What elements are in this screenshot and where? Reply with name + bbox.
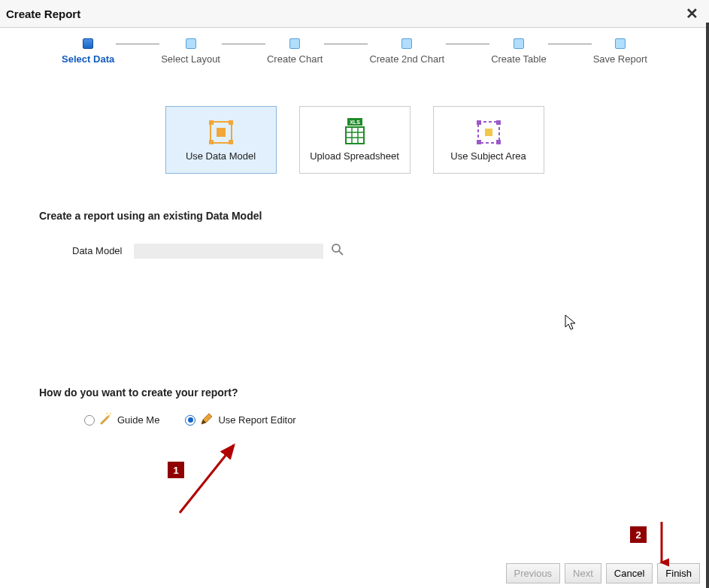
option-use-subject-area[interactable]: Use Subject Area [433,106,544,174]
svg-rect-2 [209,120,214,125]
step-label: Create 2nd Chart [369,53,444,65]
svg-rect-1 [217,128,226,137]
step-label: Select Layout [161,53,220,65]
mouse-cursor-icon [565,314,578,331]
step-indicator-icon [401,38,412,49]
step-connector [548,44,592,44]
radio-guide-me[interactable]: Guide Me [84,412,159,428]
option-upload-spreadsheet[interactable]: XLS Upload Spreadsheet [299,106,411,174]
svg-rect-5 [229,140,233,144]
step-create-2nd-chart[interactable]: Create 2nd Chart [369,38,444,65]
step-indicator-icon [615,38,626,49]
how-create-section: How do you want to create your report? G… [0,386,709,428]
dialog-title: Create Report [6,8,80,20]
data-model-icon [208,117,234,147]
step-label: Create Table [491,53,546,65]
radio-use-report-editor[interactable]: Use Report Editor [185,412,295,428]
close-icon[interactable]: ✕ [683,5,701,23]
svg-rect-4 [209,140,214,144]
svg-rect-8 [346,127,364,144]
cancel-button[interactable]: Cancel [606,563,653,583]
wizard-steps: Select Data Select Layout Create Chart C… [0,38,709,65]
step-indicator-icon [514,38,524,49]
data-source-options: Use Data Model XLS Upload Spreadsheet [0,106,709,174]
finish-button[interactable]: Finish [657,563,700,583]
svg-rect-14 [485,129,492,136]
svg-rect-16 [496,120,501,125]
pencil-icon [200,412,214,428]
previous-button[interactable]: Previous [506,563,561,583]
step-save-report[interactable]: Save Report [593,38,647,65]
spreadsheet-icon: XLS [342,117,368,147]
radio-label: Guide Me [117,414,159,426]
annotation-badge-1: 1 [168,462,184,478]
svg-point-23 [106,413,108,414]
step-connector [222,44,265,44]
step-create-chart[interactable]: Create Chart [267,38,323,65]
step-indicator-icon [83,38,93,49]
step-create-table[interactable]: Create Table [491,38,546,65]
step-indicator-icon [289,38,300,49]
annotation-badge-2: 2 [630,526,647,543]
data-model-input[interactable] [134,244,323,259]
step-connector [116,44,159,44]
search-icon[interactable] [331,243,344,259]
subject-area-icon [476,117,501,147]
svg-rect-3 [229,120,233,125]
step-label: Select Data [62,53,114,65]
svg-rect-18 [496,140,501,144]
option-label: Use Data Model [186,150,256,162]
step-connector [324,44,368,44]
radio-label: Use Report Editor [218,414,295,426]
step-indicator-icon [186,38,196,49]
svg-rect-17 [477,140,481,144]
data-model-section: Create a report using an existing Data M… [0,210,709,259]
magic-wand-icon [99,412,113,428]
svg-point-19 [332,244,340,252]
step-select-layout[interactable]: Select Layout [161,38,220,65]
step-select-data[interactable]: Select Data [62,38,114,65]
data-model-label: Data Model [72,245,122,256]
right-border-shadow [706,23,709,588]
annotation-arrow-1 [175,438,243,520]
step-label: Save Report [593,53,647,65]
option-label: Use Subject Area [450,150,526,162]
data-model-row: Data Model [72,243,670,259]
svg-rect-15 [477,120,481,125]
svg-text:XLS: XLS [350,120,360,125]
section-title: How do you want to create your report? [39,386,670,399]
radio-icon [84,415,95,426]
option-label: Upload Spreadsheet [310,150,399,162]
section-title: Create a report using an existing Data M… [39,210,670,222]
dialog-header: Create Report ✕ [0,0,709,28]
step-label: Create Chart [267,53,323,65]
option-use-data-model[interactable]: Use Data Model [165,106,277,174]
next-button[interactable]: Next [565,563,601,583]
step-connector [446,44,489,44]
svg-line-20 [339,251,343,255]
svg-point-22 [110,413,111,414]
how-create-options: Guide Me Use Report Editor [84,412,670,428]
footer-buttons: Previous Next Cancel Finish [506,563,700,583]
svg-line-24 [180,445,234,513]
svg-point-21 [108,415,111,417]
radio-icon [185,415,195,426]
